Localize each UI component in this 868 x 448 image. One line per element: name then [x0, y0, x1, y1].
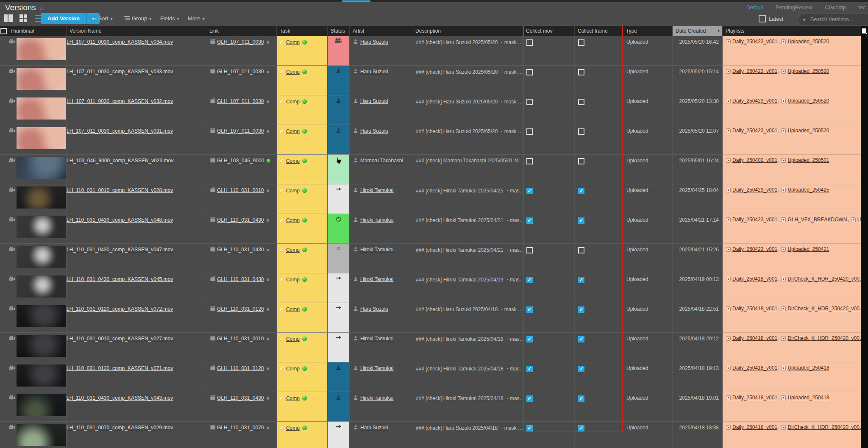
- collect-mov-checkbox[interactable]: [526, 277, 533, 283]
- playlist-link[interactable]: Daily_250423_v001: [732, 98, 777, 104]
- row-select-cell[interactable]: [0, 392, 7, 422]
- artist-link[interactable]: Hiroki Tamukai: [360, 217, 393, 223]
- status-cell[interactable]: [328, 303, 350, 333]
- playlist-link[interactable]: Uploaded_250418: [787, 395, 829, 401]
- playlist-link[interactable]: Uploaded_250520: [787, 98, 829, 104]
- collect-mov-checkbox[interactable]: [526, 395, 533, 402]
- thumbnail[interactable]: [17, 275, 66, 298]
- playlist-link[interactable]: Uploaded_250425: [787, 187, 829, 193]
- task-link[interactable]: Comp: [286, 277, 300, 283]
- version-name-link[interactable]: LH_110_031_0120_comp_KASSEN_v072.mov: [67, 306, 173, 312]
- version-name-link[interactable]: LH_103_046_9000_comp_KASSEN_v023.mov: [67, 158, 173, 164]
- column-header-playlists[interactable]: Playlists: [723, 26, 861, 36]
- shot-link[interactable]: GLH_110_031_0120: [217, 365, 264, 371]
- row-select-cell[interactable]: [0, 362, 7, 392]
- artist-link[interactable]: Haru Suzuki: [360, 98, 388, 104]
- playlist-link[interactable]: Daily_250423_v001: [732, 246, 777, 252]
- shot-link[interactable]: GLH_107_011_0030: [217, 128, 264, 134]
- artist-link[interactable]: Hiroki Tamukai: [360, 276, 393, 282]
- artist-link[interactable]: Haru Suzuki: [360, 39, 388, 45]
- thumbnail[interactable]: [17, 127, 66, 149]
- collect-frame-checkbox[interactable]: [578, 425, 584, 431]
- collect-frame-checkbox[interactable]: [578, 128, 584, 135]
- column-header-version-name[interactable]: Version Name: [67, 26, 206, 36]
- status-cell[interactable]: [328, 36, 350, 66]
- playlist-link[interactable]: Daily_250423_v001: [732, 187, 777, 193]
- task-link[interactable]: Comp: [286, 128, 300, 134]
- column-header-thumbnail[interactable]: Thumbnail: [7, 26, 67, 36]
- collect-mov-checkbox[interactable]: [526, 336, 533, 342]
- thumbnail[interactable]: [17, 68, 66, 90]
- playlist-link[interactable]: Daily_250418_v001: [732, 365, 777, 371]
- shot-link[interactable]: GLH_107_011_0030: [217, 39, 264, 45]
- collect-frame-checkbox[interactable]: [578, 188, 584, 194]
- version-name-link[interactable]: LH_107_011_0030_comp_KASSEN_v034.mov: [67, 39, 173, 45]
- version-name-link[interactable]: LH_110_031_0010_comp_KASSEN_v027.mov: [67, 336, 173, 342]
- search-scope-dropdown-icon[interactable]: ▾: [803, 17, 805, 22]
- version-name-link[interactable]: LH_110_031_0120_comp_KASSEN_v071.mov: [67, 365, 173, 371]
- version-name-link[interactable]: LH_110_031_0430_comp_KASSEN_v047.mov: [67, 247, 173, 253]
- version-name-link[interactable]: LH_110_031_0010_comp_KASSEN_v028.mov: [67, 187, 173, 193]
- status-cell[interactable]: [328, 244, 350, 273]
- row-select-cell[interactable]: [0, 244, 7, 273]
- tab-cgcomp[interactable]: CGcomp: [825, 5, 846, 11]
- status-cell[interactable]: [328, 125, 350, 155]
- sort-menu[interactable]: ▾Sort▾: [94, 13, 112, 24]
- right-scrollbar-track[interactable]: [861, 26, 868, 448]
- row-select-cell[interactable]: [0, 214, 7, 244]
- collect-mov-checkbox[interactable]: [526, 69, 533, 75]
- collect-frame-checkbox[interactable]: [578, 217, 584, 224]
- artist-link[interactable]: Hiroki Tamukai: [360, 247, 393, 253]
- row-select-cell[interactable]: [0, 333, 7, 362]
- playlist-link[interactable]: Daily_250423_v001: [732, 217, 777, 223]
- status-cell[interactable]: [328, 66, 350, 95]
- playlist-link[interactable]: Uploaded_250520: [787, 39, 829, 45]
- status-cell[interactable]: [328, 95, 350, 125]
- column-header-collect-frame[interactable]: Collect frame: [575, 26, 623, 36]
- task-link[interactable]: Comp: [286, 69, 300, 75]
- playlist-link[interactable]: Daily_250423_v001: [732, 68, 777, 74]
- playlist-link[interactable]: Uploaded_250520: [787, 128, 829, 134]
- collect-frame-checkbox[interactable]: [578, 306, 584, 313]
- status-cell[interactable]: [328, 184, 350, 214]
- collect-frame-checkbox[interactable]: [578, 277, 584, 283]
- status-cell[interactable]: [328, 333, 350, 362]
- playlist-link[interactable]: DirCheck_K_HDR_250420_v00…: [787, 276, 861, 282]
- column-header-date-created[interactable]: Date Created▾: [673, 26, 723, 36]
- search-input[interactable]: [810, 16, 858, 23]
- playlist-link[interactable]: Daily_250418_v001: [732, 306, 777, 312]
- collect-frame-checkbox[interactable]: [578, 247, 584, 253]
- task-link[interactable]: Comp: [286, 247, 300, 253]
- status-cell[interactable]: [328, 392, 350, 422]
- artist-link[interactable]: Haru Suzuki: [360, 425, 388, 431]
- collect-mov-checkbox[interactable]: [526, 158, 533, 164]
- add-version-button[interactable]: Add Version ▾: [41, 13, 100, 24]
- thumbnail[interactable]: [17, 97, 66, 120]
- status-cell[interactable]: [328, 362, 350, 392]
- playlist-link[interactable]: Daily_250418_v001: [732, 395, 777, 401]
- thumbnail[interactable]: [17, 305, 66, 327]
- playlist-link[interactable]: DirCheck_K_HDR_250420_v00…: [787, 306, 861, 312]
- collect-mov-checkbox[interactable]: [526, 128, 533, 135]
- collect-mov-checkbox[interactable]: [526, 188, 533, 194]
- select-all-checkbox[interactable]: [0, 26, 7, 36]
- playlist-link[interactable]: Daily_250423_v001: [732, 128, 777, 134]
- playlist-link[interactable]: Uploaded_250501: [787, 157, 829, 163]
- collect-mov-checkbox[interactable]: [526, 366, 533, 372]
- row-select-cell[interactable]: [0, 36, 7, 66]
- thumbnail[interactable]: [17, 424, 66, 446]
- row-select-cell[interactable]: [0, 125, 7, 155]
- task-link[interactable]: Comp: [286, 39, 300, 45]
- more-menu[interactable]: More▾: [188, 13, 205, 24]
- column-header-link[interactable]: Link: [206, 26, 277, 36]
- thumbnail[interactable]: [17, 216, 66, 238]
- tab-pendingreview[interactable]: PendingReview: [776, 5, 812, 11]
- playlist-link[interactable]: Daily_250418_v001: [732, 424, 777, 430]
- version-name-link[interactable]: LH_110_031_0430_comp_KASSEN_v045.mov: [67, 276, 173, 282]
- playlist-link[interactable]: Daily_250423_v001: [732, 39, 777, 45]
- shot-link[interactable]: GLH_110_031_0430: [217, 217, 264, 223]
- artist-link[interactable]: Haru Suzuki: [360, 306, 388, 312]
- collect-frame-checkbox[interactable]: [578, 395, 584, 402]
- top-scrollbar-thumb[interactable]: [342, 0, 370, 2]
- task-link[interactable]: Comp: [286, 336, 300, 342]
